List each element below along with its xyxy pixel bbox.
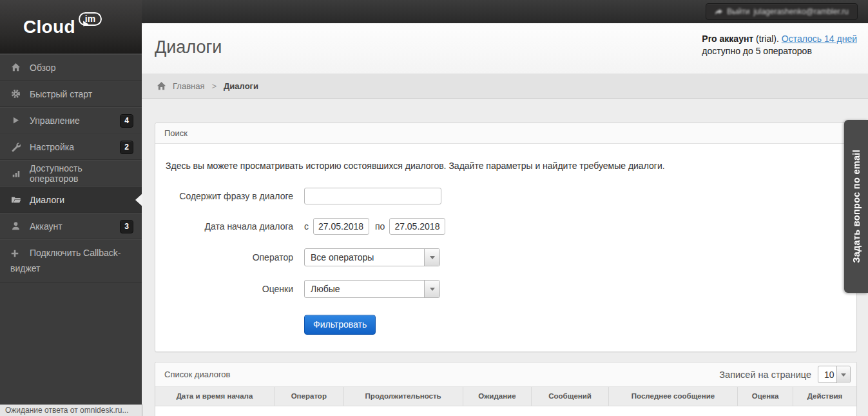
page-header: Диалоги Pro аккаунт (trial). Осталось 14… <box>142 23 868 74</box>
operator-label: Оператор <box>166 252 293 262</box>
sidebar-item-label: Аккаунт <box>30 221 63 232</box>
sidebar-item-label: Доступность операторов <box>30 163 133 184</box>
user-icon <box>10 221 21 231</box>
main-area: Диалоги Pro аккаунт (trial). Осталось 14… <box>142 23 868 416</box>
phrase-label: Содержит фразу в диалоге <box>166 191 293 201</box>
sidebar-item-label: Диалоги <box>30 195 64 205</box>
logout-button[interactable]: Выйти julagerashenko@rambler.ru <box>706 3 858 20</box>
table-header-row: Дата и время начала Оператор Продолжител… <box>155 387 856 406</box>
plus-icon <box>10 248 21 262</box>
bar-chart-icon <box>10 169 21 178</box>
sidebar-item-quick-start[interactable]: Быстрый старт <box>0 81 142 107</box>
breadcrumb: Главная > Диалоги <box>142 74 868 99</box>
column-header: Ожидание <box>463 387 532 406</box>
filter-button[interactable]: Фильтровать <box>304 315 376 335</box>
breadcrumb-home-icon[interactable] <box>157 81 166 91</box>
logout-arrow-icon <box>715 8 723 15</box>
dialogs-list-title: Список диалогов <box>164 370 231 379</box>
logout-label: Выйти <box>727 7 750 16</box>
sidebar-item-label: Подключить Callback-виджет <box>10 248 121 273</box>
column-header: Оператор <box>275 387 344 406</box>
search-description: Здесь вы можете просматривать историю со… <box>166 161 846 171</box>
sidebar: Cloud im Обзор Быстрый старт Управление … <box>0 0 142 416</box>
sidebar-item-settings[interactable]: Настройка 2 <box>0 134 142 160</box>
date-label: Дата начала диалога <box>166 221 293 232</box>
rating-label: Оценки <box>166 284 293 294</box>
folder-open-icon <box>10 195 21 204</box>
active-item-arrow <box>129 193 142 206</box>
chevron-down-icon[interactable] <box>424 249 439 266</box>
badge: 4 <box>120 114 133 128</box>
breadcrumb-separator: > <box>211 81 217 91</box>
date-to-prefix: по <box>375 221 385 232</box>
sidebar-item-label: Быстрый старт <box>30 89 92 99</box>
content: Поиск Здесь вы можете просматривать исто… <box>142 99 868 416</box>
sidebar-item-connect-callback[interactable]: Подключить Callback-виджет <box>0 239 142 282</box>
dialogs-list-panel: Список диалогов Записей на странице 10 Д… <box>155 362 857 416</box>
breadcrumb-home-link[interactable]: Главная <box>173 81 204 91</box>
ask-question-email-tab[interactable]: Задать вопрос по email <box>844 120 868 293</box>
breadcrumb-current: Диалоги <box>224 81 258 91</box>
date-from-input[interactable] <box>313 218 369 235</box>
empty-table-message: Нет данных <box>155 406 856 416</box>
logo-bubble: im <box>79 12 102 26</box>
rating-select-value: Любые <box>305 281 439 297</box>
days-left-link[interactable]: Осталось 14 дней <box>782 34 857 44</box>
column-header: Дата и время начала <box>155 387 275 406</box>
per-page-label: Записей на странице <box>719 370 811 380</box>
sidebar-item-dialogs[interactable]: Диалоги <box>0 186 142 213</box>
column-header: Последнее сообщение <box>609 387 738 406</box>
browser-status-bar: Ожидание ответа от omnidesk.ru... <box>0 404 142 416</box>
operator-select-value: Все операторы <box>305 249 439 266</box>
logo[interactable]: Cloud im <box>0 0 142 54</box>
wrench-icon <box>10 142 21 152</box>
sidebar-item-overview[interactable]: Обзор <box>0 54 142 81</box>
page-title: Диалоги <box>155 37 222 57</box>
account-plan: Pro аккаунт <box>702 34 753 44</box>
account-info: Pro аккаунт (trial). Осталось 14 дней до… <box>702 33 857 57</box>
sidebar-item-label: Настройка <box>30 142 74 152</box>
play-icon <box>10 116 21 124</box>
logo-text: Cloud <box>23 17 75 37</box>
per-page-select[interactable]: 10 <box>818 366 851 383</box>
sidebar-item-operator-availability[interactable]: Доступность операторов <box>0 160 142 186</box>
search-panel-title: Поиск <box>155 123 856 144</box>
column-header: Оценка <box>738 387 793 406</box>
email-tab-label: Задать вопрос по email <box>851 150 862 263</box>
sidebar-item-management[interactable]: Управление 4 <box>0 107 142 134</box>
top-bar: Выйти julagerashenko@rambler.ru <box>142 0 868 23</box>
column-header: Продолжительность <box>344 387 463 406</box>
account-trial: (trial). <box>753 34 782 44</box>
operator-select[interactable]: Все операторы <box>304 248 440 266</box>
badge: 2 <box>120 141 133 154</box>
account-operators: доступно до 5 операторов <box>702 45 857 57</box>
search-panel: Поиск Здесь вы можете просматривать исто… <box>155 123 857 352</box>
column-header: Действия <box>793 387 856 406</box>
date-to-input[interactable] <box>389 218 445 235</box>
column-header: Сообщений <box>532 387 609 406</box>
date-from-prefix: с <box>304 221 309 232</box>
chevron-down-icon[interactable] <box>424 281 439 297</box>
gear-icon <box>10 89 21 99</box>
chevron-down-icon[interactable] <box>836 366 850 383</box>
badge: 3 <box>120 220 133 233</box>
logout-email: julagerashenko@rambler.ru <box>753 7 849 16</box>
phrase-input[interactable] <box>304 188 441 204</box>
home-icon <box>10 63 21 72</box>
rating-select[interactable]: Любые <box>304 280 440 298</box>
sidebar-item-account[interactable]: Аккаунт 3 <box>0 213 142 239</box>
sidebar-item-label: Обзор <box>30 63 55 73</box>
sidebar-item-label: Управление <box>30 115 80 126</box>
